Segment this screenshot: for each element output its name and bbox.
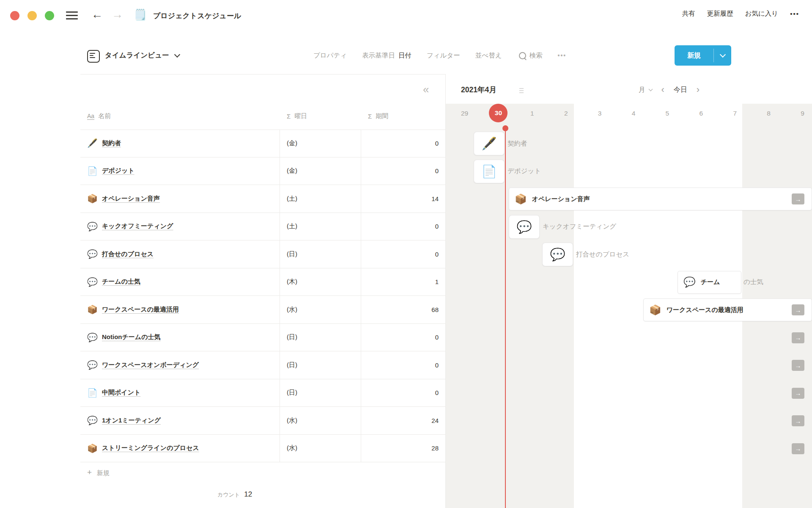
name-cell[interactable]: 💬チームの士気 — [80, 268, 280, 296]
name-cell[interactable]: 📦ストリーミングラインのプロセス — [80, 435, 280, 462]
scroll-to-item-arrow-button[interactable]: → — [792, 415, 804, 426]
row-name-link[interactable]: 1オン1ミーティング — [102, 417, 161, 425]
duration-cell[interactable]: 0 — [361, 351, 445, 379]
date-label[interactable]: 4 — [624, 107, 643, 120]
duration-cell[interactable]: 0 — [361, 130, 445, 157]
scroll-to-item-arrow-button[interactable]: → — [792, 332, 804, 343]
name-cell[interactable]: 📦オペレーション音声 — [80, 185, 280, 213]
duration-cell[interactable]: 68 — [361, 296, 445, 323]
scroll-to-item-arrow-button[interactable]: → — [792, 360, 804, 371]
duration-cell[interactable]: 28 — [361, 435, 445, 462]
table-row[interactable]: 📦ワークスペースの最適活用(水)68 — [80, 296, 445, 324]
duration-cell[interactable]: 0 — [361, 240, 445, 268]
month-options-icon[interactable] — [519, 87, 524, 94]
new-dropdown-button[interactable] — [714, 45, 731, 66]
scroll-to-item-arrow-button[interactable]: → — [792, 193, 804, 204]
name-cell[interactable]: 💬Notionチームの士気 — [80, 324, 280, 351]
date-label[interactable]: 2 — [557, 107, 575, 120]
next-period-button[interactable]: › — [697, 85, 700, 94]
day-cell[interactable]: (水) — [280, 407, 361, 434]
favorite-button[interactable]: お気に入り — [745, 9, 779, 18]
table-row[interactable]: 📦ストリーミングラインのプロセス(水)28 — [80, 435, 445, 463]
name-cell[interactable]: 📄中間ポイント — [80, 379, 280, 407]
scroll-to-item-arrow-button[interactable]: → — [792, 388, 804, 399]
timeline-item-card[interactable]: 🖋️ — [474, 132, 505, 155]
day-cell[interactable]: (日) — [280, 379, 361, 407]
day-cell[interactable]: (土) — [280, 185, 361, 213]
page-title[interactable]: プロジェクトスケジュール — [153, 11, 241, 21]
day-cell[interactable]: (水) — [280, 296, 361, 323]
search-menu-item[interactable]: 検索 — [519, 51, 543, 60]
update-history-button[interactable]: 更新履歴 — [707, 9, 733, 18]
row-name-link[interactable]: 中間ポイント — [102, 389, 140, 397]
table-row[interactable]: 📄中間ポイント(日)0 — [80, 379, 445, 407]
minimize-window-button[interactable] — [27, 11, 37, 20]
table-row[interactable]: 📄デポジット(金)0 — [80, 157, 445, 185]
view-more-options-icon[interactable]: ••• — [558, 52, 567, 59]
timeline-item-card[interactable]: 💬 — [509, 215, 540, 239]
duration-cell[interactable]: 24 — [361, 407, 445, 434]
timeline-scale-selector[interactable]: 月 — [639, 86, 652, 94]
view-switcher[interactable]: タイムラインビュー — [105, 51, 179, 60]
table-row[interactable]: 💬1オン1ミーティング(水)24 — [80, 407, 445, 435]
row-name-link[interactable]: デポジット — [102, 167, 134, 175]
share-button[interactable]: 共有 — [682, 9, 695, 18]
column-header-day[interactable]: Σ 曜日 — [287, 107, 307, 125]
count-summary[interactable]: カウント 12 — [217, 490, 252, 499]
date-label[interactable]: 8 — [760, 107, 778, 120]
scroll-to-item-arrow-button[interactable]: → — [792, 304, 804, 315]
table-row[interactable]: 💬打合せのプロセス(日)0 — [80, 240, 445, 268]
date-label[interactable]: 5 — [658, 107, 677, 120]
sidebar-menu-icon[interactable] — [66, 9, 78, 22]
today-button[interactable]: 今日 — [674, 86, 687, 94]
row-name-link[interactable]: 打合せのプロセス — [102, 250, 154, 258]
pane-divider[interactable] — [445, 74, 446, 508]
day-cell[interactable]: (日) — [280, 240, 361, 268]
filter-menu-item[interactable]: フィルター — [427, 51, 460, 60]
date-label[interactable]: 7 — [726, 107, 744, 120]
table-row[interactable]: 💬キックオフミーティング(土)0 — [80, 213, 445, 241]
new-button[interactable]: 新規 — [675, 45, 731, 66]
column-header-name[interactable]: Aa 名前 — [87, 107, 111, 125]
name-cell[interactable]: 💬ワークスペースオンボーディング — [80, 351, 280, 379]
column-header-duration[interactable]: Σ 期間 — [368, 107, 388, 125]
row-name-link[interactable]: ワークスペースオンボーディング — [102, 361, 199, 369]
duration-cell[interactable]: 1 — [361, 268, 445, 296]
row-name-link[interactable]: ストリーミングラインのプロセス — [102, 444, 199, 452]
name-cell[interactable]: 🖋️契約者 — [80, 130, 280, 157]
row-name-link[interactable]: Notionチームの士気 — [102, 333, 161, 341]
timeline-item-bar[interactable]: 📦オペレーション音声 — [509, 188, 812, 210]
properties-menu-item[interactable]: プロパティ — [313, 51, 347, 60]
day-cell[interactable]: (木) — [280, 268, 361, 296]
table-row[interactable]: 🖋️契約者(金)0 — [80, 130, 445, 157]
table-row[interactable]: 📦オペレーション音声(土)14 — [80, 185, 445, 213]
timeline-item-card[interactable]: 💬 — [542, 243, 573, 266]
day-cell[interactable]: (土) — [280, 213, 361, 240]
duration-cell[interactable]: 14 — [361, 185, 445, 213]
day-cell[interactable]: (水) — [280, 435, 361, 462]
name-cell[interactable]: 💬打合せのプロセス — [80, 240, 280, 268]
date-label[interactable]: 1 — [523, 107, 541, 120]
table-row[interactable]: 💬チームの士気(木)1 — [80, 268, 445, 296]
row-name-link[interactable]: オペレーション音声 — [102, 195, 160, 203]
zoom-window-button[interactable] — [45, 11, 54, 20]
timeline-item-bar[interactable]: 💬チーム — [678, 271, 741, 294]
previous-period-button[interactable]: ‹ — [661, 85, 664, 94]
date-label[interactable]: 9 — [793, 107, 812, 120]
name-cell[interactable]: 💬キックオフミーティング — [80, 213, 280, 240]
table-row[interactable]: 💬ワークスペースオンボーディング(日)0 — [80, 351, 445, 379]
scroll-to-item-arrow-button[interactable]: → — [792, 443, 804, 454]
name-cell[interactable]: 📄デポジット — [80, 157, 280, 185]
day-cell[interactable]: (日) — [280, 351, 361, 379]
name-cell[interactable]: 💬1オン1ミーティング — [80, 407, 280, 434]
row-name-link[interactable]: キックオフミーティング — [102, 222, 173, 230]
sort-menu-item[interactable]: 並べ替え — [475, 51, 502, 60]
date-label[interactable]: 3 — [590, 107, 609, 120]
timeline-item-bar[interactable]: 📦ワークスペースの最適活用 — [643, 298, 812, 321]
name-cell[interactable]: 📦ワークスペースの最適活用 — [80, 296, 280, 323]
timeline-view-icon[interactable] — [87, 50, 100, 63]
day-cell[interactable]: (日) — [280, 324, 361, 351]
timeline-month-title[interactable]: 2021年4月 — [461, 85, 497, 95]
row-name-link[interactable]: 契約者 — [102, 139, 121, 147]
back-arrow-icon[interactable]: ← — [91, 9, 103, 20]
